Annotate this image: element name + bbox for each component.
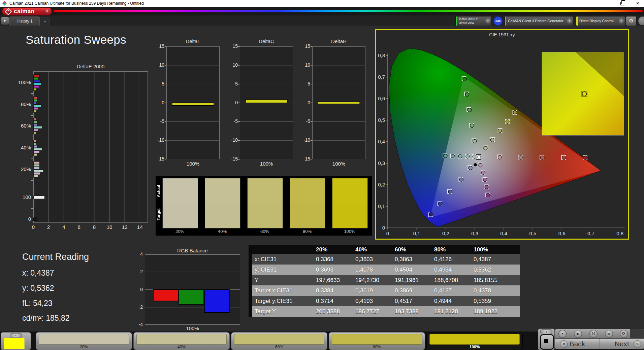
arrow-up-icon[interactable]: ▲ <box>10 333 22 338</box>
swatch-label: 60% <box>247 229 282 234</box>
add-tab-button[interactable]: + <box>40 18 50 26</box>
back-button[interactable]: « Back <box>555 339 600 349</box>
svg-text:0: 0 <box>386 231 389 236</box>
swatch-40% <box>205 178 240 229</box>
chevron-down-icon[interactable]: ▼ <box>619 19 624 24</box>
table-cell: 189,1922 <box>474 308 513 315</box>
svg-text:0,5: 0,5 <box>529 231 537 236</box>
back-chevron-icon: « <box>560 340 568 348</box>
deltac-title: DeltaC <box>240 38 293 44</box>
pattern-tile-40%[interactable]: 40% <box>133 332 230 350</box>
table-cell: 0,3619 <box>355 287 395 294</box>
row-label: x: CIE31 <box>252 256 316 263</box>
svg-text:0,6: 0,6 <box>558 231 566 236</box>
table-row: Target x:CIE310,33840,36190,38690,41270,… <box>252 285 520 296</box>
tab-history-1[interactable]: History 1 <box>9 16 40 26</box>
deltae-row-label: 60% <box>5 123 31 129</box>
restore-button[interactable] <box>617 0 627 7</box>
pattern-label: 100% <box>427 345 522 349</box>
display-control-dropdown[interactable]: Direct Display Control ▼ <box>576 16 625 26</box>
table-cell: 191,1961 <box>395 277 434 284</box>
table-cell: 188,6708 <box>434 277 474 284</box>
svg-text:0,7: 0,7 <box>587 231 594 236</box>
chevron-down-icon[interactable]: ▼ <box>44 9 50 14</box>
table-cell: 0,5359 <box>474 298 513 305</box>
svg-text:0,4: 0,4 <box>378 139 385 144</box>
pattern-label: 40% <box>134 345 229 349</box>
swatch-actual <box>290 178 325 203</box>
pattern-tile-60%[interactable]: 60% <box>231 332 327 350</box>
close-button[interactable]: × <box>633 0 643 7</box>
row-label: Target Y <box>252 308 316 315</box>
deltae-row-label: 40% <box>5 145 31 150</box>
pattern-tile-100%[interactable]: 100% <box>426 332 523 350</box>
deltae-x-tick: 0 <box>28 224 38 230</box>
edge-button[interactable] <box>638 16 644 26</box>
table-cell: 0,4517 <box>395 298 434 305</box>
column-header: 80% <box>434 246 474 253</box>
play-measure-button[interactable]: ▶ <box>574 330 582 338</box>
deltae-row-label: 20% <box>5 166 31 172</box>
tab-bar: ▶ History 1 + X-Rite i1Pro 2 Direct View… <box>0 15 644 26</box>
deltal-title: DeltaL <box>166 38 220 44</box>
chevron-down-icon[interactable]: ▼ <box>485 19 490 24</box>
refresh-button[interactable]: ⟳ <box>620 330 628 338</box>
next-label: Next <box>615 340 629 348</box>
table-cell: 0,3384 <box>316 287 355 294</box>
swatch-actual <box>248 178 283 203</box>
swatch-target <box>205 203 240 228</box>
pattern-tile-80%[interactable]: 80% <box>329 332 425 350</box>
table-cell: 191,2128 <box>434 308 474 315</box>
calman-window: Calman 2021 Calman Ultimate for Business… <box>0 0 644 350</box>
settings-button[interactable]: ⚙ <box>626 16 637 26</box>
panel-expander-button[interactable]: ▶ <box>1 16 9 25</box>
restore-icon <box>620 2 624 5</box>
continuous-measure-button[interactable]: ∞ <box>605 330 613 338</box>
table-cell: 0,4127 <box>434 287 474 294</box>
deltae-x-tick: 4 <box>59 224 69 230</box>
meter-dropdown[interactable]: X-Rite i1Pro 2 Direct View ▼ <box>455 16 492 26</box>
row-label: Y <box>252 277 316 284</box>
deltac-xlabel: 100% <box>240 161 293 167</box>
calman-menu-button[interactable]: calman ▼ <box>2 7 52 15</box>
deltae-x-tick: 6 <box>74 224 84 230</box>
deltae-row-label: 100% <box>5 79 31 85</box>
swatch-60% <box>247 178 283 229</box>
deltaH-y-tick: 0 <box>297 100 310 105</box>
measurement-table: 20%40%60%80%100%x: CIE310,33680,36030,38… <box>249 245 520 317</box>
deltaC-y-tick: -10 <box>225 137 238 143</box>
deltae-row-label: 80% <box>5 101 31 107</box>
table-cell: 0,3714 <box>316 298 355 305</box>
table-cell: 0,4944 <box>434 298 474 305</box>
stop-measure-button[interactable]: ■ <box>558 330 567 338</box>
source-dropdown[interactable]: CalMAN Client 3 Pattern Generator ▼ <box>505 16 573 26</box>
chevron-down-icon[interactable]: ▼ <box>567 19 572 24</box>
calman-logo-icon <box>5 8 12 15</box>
swatch-label: 20% <box>162 229 197 234</box>
table-row: Y197,6633194,2730191,1961188,6708185,815… <box>252 275 520 285</box>
meter-name: X-Rite i1Pro 2 <box>459 18 478 21</box>
rgb-y-tick: -4 <box>131 322 143 327</box>
next-button[interactable]: Next » <box>600 339 644 349</box>
pattern-tile-20%[interactable]: 20% <box>36 332 132 350</box>
app-icon <box>2 1 7 6</box>
deltah-chart <box>312 46 365 159</box>
pattern-swatch <box>136 334 227 345</box>
table-cell: 0,3693 <box>316 267 355 273</box>
column-header: 20% <box>316 246 355 253</box>
deltaL-y-tick: -15 <box>152 156 164 162</box>
current-pattern-tile[interactable]: ▲ <box>1 332 31 350</box>
svg-text:0,1: 0,1 <box>378 203 385 209</box>
meter-mode: Direct View <box>459 21 474 25</box>
deltaH-y-tick: -15 <box>297 156 310 162</box>
minimize-button[interactable] <box>602 0 612 7</box>
meter-count-badge[interactable]: 236 <box>493 16 503 26</box>
arrow-up-icon[interactable]: ▲ <box>540 329 552 334</box>
meter-label: X-Rite i1Pro 2 Direct View <box>457 18 485 25</box>
table-header-row: 20%40%60%80%100% <box>252 245 520 254</box>
stop-pattern-button[interactable] <box>540 334 554 350</box>
svg-text:0,6: 0,6 <box>378 96 385 101</box>
table-row: x: CIE310,33680,36030,38630,41260,4387 <box>252 254 520 265</box>
swatch-actual <box>205 178 240 203</box>
single-measure-button[interactable]: [·] <box>589 330 598 338</box>
